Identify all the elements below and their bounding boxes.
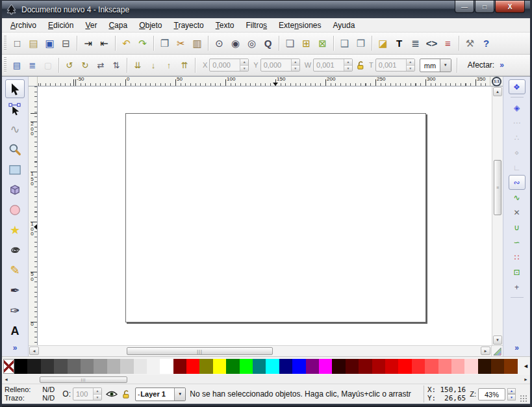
resize-grip[interactable] — [520, 395, 527, 402]
width-spinner[interactable]: ▲▼ — [344, 59, 352, 71]
spin-down-icon[interactable]: ▼ — [94, 395, 101, 400]
zoom-1-1-button[interactable]: Q — [260, 35, 276, 51]
palette-scrollbar-thumb[interactable]: ||| — [40, 376, 127, 383]
toolbar-handle[interactable] — [4, 36, 6, 51]
flip-vertical-button[interactable]: ⇅ — [108, 57, 124, 73]
palette-swatch[interactable] — [253, 359, 266, 374]
palette-swatch[interactable] — [398, 359, 411, 374]
node-tool[interactable] — [5, 99, 25, 118]
snap-bbox-button[interactable]: ◈ — [509, 100, 526, 115]
save-document-button[interactable]: ▣ — [42, 35, 58, 51]
toolbox-overflow[interactable]: » — [13, 343, 18, 352]
zoom-1-1-corner-icon[interactable]: 1:1 — [492, 77, 501, 86]
spin-up-icon[interactable]: ▲ — [407, 59, 414, 66]
palette-swatch[interactable] — [279, 359, 292, 374]
cms-toggle-icon[interactable] — [491, 346, 503, 356]
undo-button[interactable]: ↶ — [118, 35, 134, 51]
export-button[interactable]: ⇤ — [96, 35, 112, 51]
spin-down-icon[interactable]: ▼ — [407, 66, 414, 72]
tool-controls-overflow[interactable]: » — [500, 60, 504, 70]
palette-swatch[interactable] — [346, 359, 359, 374]
palette-swatch[interactable] — [27, 359, 40, 374]
vertical-scrollbar[interactable]: ▲ ≡ ▼ — [492, 86, 503, 345]
raise-selection-button[interactable]: ↑ — [161, 57, 177, 73]
y-input[interactable]: 0,000 — [261, 59, 291, 71]
spin-up-icon[interactable]: ▲ — [240, 59, 248, 66]
duplicate-button[interactable]: ❏ — [282, 35, 298, 51]
zoom-tool[interactable] — [5, 140, 25, 159]
palette-swatch[interactable] — [438, 359, 451, 374]
spin-down-icon[interactable]: ▼ — [292, 66, 299, 72]
menu-filtros[interactable]: Filtros — [240, 19, 273, 32]
palette-swatch[interactable] — [266, 359, 279, 374]
palette-swatch[interactable] — [385, 359, 398, 374]
palette-swatch[interactable] — [41, 359, 54, 374]
palette-scrollbar[interactable]: ◄ ||| ► — [2, 375, 530, 384]
horizontal-ruler[interactable]: -50050100150200250300350 — [38, 77, 490, 86]
canvas[interactable] — [38, 86, 492, 345]
snap-nodes-button[interactable]: ∾ — [509, 175, 526, 190]
fill-stroke-dialog-button[interactable]: ◪ — [375, 35, 391, 51]
spin-up-icon[interactable]: ▲ — [507, 388, 516, 395]
unlink-clone-button[interactable]: ⊠ — [314, 35, 331, 51]
print-button[interactable]: ⊟ — [58, 35, 74, 51]
opacity-spinner[interactable]: ▲▼ — [93, 388, 101, 400]
layer-lock-icon[interactable] — [121, 389, 131, 399]
xml-editor-button[interactable]: <> — [424, 35, 440, 51]
snap-page-border-button[interactable]: + — [509, 280, 526, 295]
palette-swatch[interactable] — [319, 359, 332, 374]
snap-midpoints-button[interactable]: ∷ — [509, 250, 526, 265]
palette-swatch[interactable] — [425, 359, 438, 374]
zoom-selection-button[interactable]: ⊙ — [211, 35, 227, 51]
dropdown-arrow-icon[interactable]: ▼ — [440, 59, 451, 72]
y-spinner[interactable]: ▲▼ — [291, 59, 299, 71]
palette-swatch[interactable] — [332, 359, 345, 374]
maximize-button[interactable]: □ — [475, 1, 494, 13]
spin-up-icon[interactable]: ▲ — [94, 388, 101, 395]
toolbar-handle[interactable] — [4, 57, 6, 73]
document-properties-button[interactable]: ? — [478, 35, 494, 51]
raise-to-top-button[interactable]: ⇈ — [177, 57, 192, 73]
x-spinner[interactable]: ▲▼ — [240, 59, 248, 71]
palette-swatch[interactable] — [412, 359, 425, 374]
menu-extensiones[interactable]: Extensiones — [273, 19, 327, 32]
layer-visibility-icon[interactable] — [106, 390, 118, 399]
zoom-drawing-button[interactable]: ◉ — [227, 35, 244, 51]
x-input[interactable]: 0,000 — [210, 59, 240, 71]
palette-swatch[interactable] — [292, 359, 305, 374]
cut-button[interactable]: ✂ — [173, 35, 189, 51]
dropdown-arrow-icon[interactable]: ▼ — [174, 388, 185, 400]
palette-swatch[interactable] — [54, 359, 67, 374]
palette-swatch[interactable] — [14, 359, 27, 374]
ungroup-button[interactable]: ❒ — [353, 35, 369, 51]
tweak-tool[interactable]: ∿ — [5, 120, 25, 138]
text-dialog-button[interactable]: T — [391, 35, 407, 51]
selector-tool[interactable] — [5, 79, 25, 98]
palette-swatch[interactable] — [120, 359, 133, 374]
spin-down-icon[interactable]: ▼ — [507, 394, 516, 400]
new-document-button[interactable]: □ — [9, 35, 25, 51]
vertical-ruler[interactable]: 2 0 01 5 01 0 05 00 — [29, 86, 38, 345]
menu-texto[interactable]: Texto — [210, 19, 240, 32]
scroll-right-button[interactable]: ► — [481, 347, 490, 355]
height-input[interactable]: 0,001 — [376, 59, 406, 71]
minimize-button[interactable]: — — [455, 1, 474, 13]
preferences-button[interactable]: ⚒ — [462, 35, 478, 51]
palette-scrollbar-trough[interactable]: ||| — [10, 376, 522, 384]
palette-swatch[interactable] — [240, 359, 253, 374]
select-all-button[interactable]: ▤ — [9, 57, 25, 73]
spin-up-icon[interactable]: ▲ — [292, 59, 299, 66]
text-tool[interactable]: A — [5, 321, 25, 340]
snap-object-centers-button[interactable]: ⊡ — [509, 265, 526, 280]
calligraphy-tool[interactable]: ✑ — [5, 301, 25, 320]
palette-swatch[interactable] — [504, 359, 517, 374]
zoom-spinner[interactable]: ▲▼ — [507, 388, 516, 400]
zoom-page-button[interactable]: ◎ — [244, 35, 260, 51]
spin-down-icon[interactable]: ▼ — [344, 66, 352, 72]
palette-swatch[interactable] — [464, 359, 477, 374]
palette-swatch[interactable] — [213, 359, 226, 374]
horizontal-scroll-thumb[interactable]: ||| — [127, 347, 273, 355]
menu-objeto[interactable]: Objeto — [133, 19, 168, 32]
title-bar[interactable]: Documento nuevo 4 - Inkscape — □ X — [2, 0, 530, 18]
import-button[interactable]: ⇥ — [80, 35, 96, 51]
